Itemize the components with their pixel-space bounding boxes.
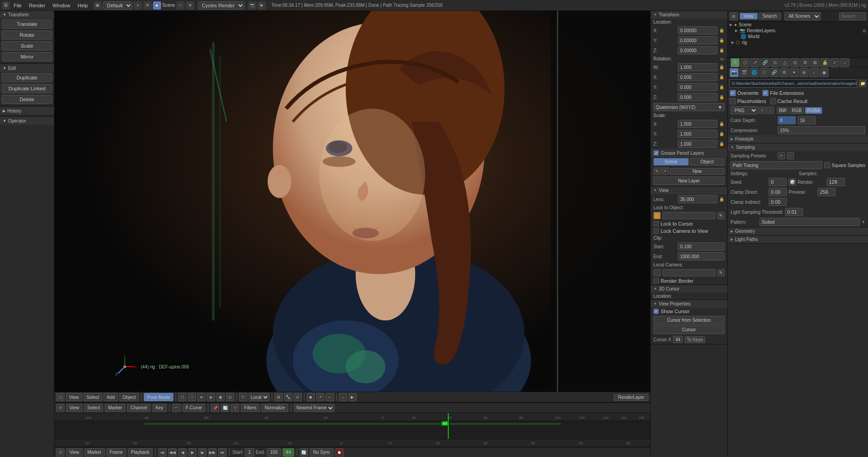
orientation-btn[interactable]: ↗	[316, 393, 324, 401]
format-extra-btn1[interactable]: +	[759, 107, 766, 114]
material-icon[interactable]: ◉	[819, 68, 829, 77]
material-btn[interactable]: ◉	[216, 393, 225, 401]
render-props-icon[interactable]: 📷	[730, 68, 739, 77]
view-tab[interactable]: View	[740, 13, 758, 20]
jump-start-btn[interactable]: ⏮	[158, 448, 167, 457]
tl-type-btn[interactable]: 〰	[172, 404, 181, 412]
render-layer-btn[interactable]: RenderLayer	[614, 394, 648, 401]
world-row[interactable]: 🌐 World	[739, 34, 868, 39]
rot-x-value[interactable]: 0.000	[678, 73, 717, 81]
transform-prop-header[interactable]: ▼ Transform	[651, 11, 727, 19]
bone-icon-6[interactable]: △	[780, 58, 790, 67]
tl-view-btn[interactable]: View	[66, 404, 83, 412]
close-screen-icon[interactable]: ✕	[143, 1, 152, 10]
rot-y-value[interactable]: 0.000	[678, 83, 717, 91]
to-keys-btn[interactable]: To Keys	[685, 336, 706, 343]
object-mode-btn[interactable]: Object	[119, 393, 139, 401]
scale-z-lock[interactable]: 🔒	[719, 142, 725, 146]
cache-result-checkbox[interactable]	[770, 98, 776, 104]
solid-btn[interactable]: ●	[197, 393, 206, 401]
gp-plus-icon[interactable]: +	[662, 167, 669, 175]
rot-w-lock[interactable]: 🔒	[719, 65, 725, 69]
tl-pin-btn[interactable]: 📌	[211, 404, 219, 412]
close-scene-icon[interactable]: ✕	[186, 1, 194, 10]
menu-help[interactable]: Help	[76, 2, 90, 9]
lock-obj-edit-btn[interactable]: ✎	[717, 212, 725, 219]
overwrite-checkbox[interactable]: ✓	[730, 90, 736, 96]
snap-btn[interactable]: 🔧	[284, 393, 292, 401]
pivot-btn[interactable]: ◆	[307, 393, 315, 401]
gp-pencil-icon[interactable]: ✎	[653, 167, 661, 175]
add-screen-icon[interactable]: +	[134, 1, 142, 10]
bone-icon-11[interactable]: ✓	[830, 58, 839, 67]
cursor-btn[interactable]: Cursor	[653, 325, 725, 334]
cursor-from-selection-btn[interactable]: Cursor from Selection	[653, 316, 725, 324]
placeholders-checkbox[interactable]	[730, 98, 736, 104]
view-icon-btn[interactable]: 🎥	[56, 393, 64, 401]
tl-interp-select[interactable]: Nearest Frame	[294, 404, 334, 412]
bone-icon-1[interactable]: X	[731, 58, 740, 67]
render-layers-row[interactable]: ▶ 📷 RenderLayers ⊞	[733, 28, 868, 34]
tl-marker-btn[interactable]: Marker	[105, 404, 125, 412]
outliner-scene-row[interactable]: ▶ ● Scene	[728, 22, 868, 28]
mirror-icon-btn[interactable]: ↔	[326, 393, 334, 401]
tl-filters-btn[interactable]: Filters	[241, 404, 260, 412]
render-preview-btn[interactable]: ◎	[226, 393, 234, 401]
scale-y-value[interactable]: 1.000	[678, 130, 717, 138]
compression-value[interactable]: 15%	[778, 126, 865, 134]
duplicate-btn[interactable]: Duplicate	[2, 73, 52, 82]
rotate-btn[interactable]: Rotate	[2, 30, 52, 39]
rot-x-lock[interactable]: 🔒	[719, 75, 725, 79]
operator-header[interactable]: ▼ Operator	[0, 117, 54, 125]
menu-render[interactable]: Render	[27, 2, 47, 9]
local-cam-edit-btn[interactable]: ✎	[717, 269, 725, 276]
prev-keyframe-btn[interactable]: ◀◀	[168, 448, 177, 457]
texture-btn[interactable]: ◈	[207, 393, 215, 401]
bone-icon-3[interactable]: ↗	[750, 58, 760, 67]
play-btn[interactable]: ▶	[188, 448, 196, 457]
tl-channel-btn[interactable]: Channel	[127, 404, 150, 412]
clip-end-value[interactable]: 1000.000	[678, 252, 725, 260]
cursor-prop-header[interactable]: ▼ 3D Cursor	[651, 285, 727, 293]
geometry-header[interactable]: ▶ Geometry	[728, 227, 868, 235]
freestyle-header[interactable]: ▶ Freestyle	[728, 135, 868, 143]
edit-header[interactable]: ▼ Edit	[0, 64, 54, 72]
lock-camera-checkbox[interactable]	[653, 228, 659, 234]
light-threshold-value[interactable]: 0.01	[785, 208, 803, 216]
menu-window[interactable]: Window	[51, 2, 72, 9]
tl-select-btn[interactable]: Select	[84, 404, 103, 412]
format-select[interactable]: PNG	[731, 106, 758, 114]
scale-z-value[interactable]: 1.000	[678, 140, 717, 148]
rot-z-value[interactable]: 0.000	[678, 93, 717, 101]
path-tracing-value[interactable]: Path Tracing	[731, 161, 822, 169]
layout-select[interactable]: Default	[103, 1, 132, 10]
prev-frame-btn[interactable]: ◀	[178, 448, 186, 457]
search-tab[interactable]: Search	[759, 13, 781, 20]
tl-filter-icon[interactable]: ▽	[231, 404, 239, 412]
clip-start-value[interactable]: 0.100	[678, 242, 725, 251]
clamp-indirect-value[interactable]: 0.00	[769, 198, 787, 206]
rot-w-value[interactable]: 1.000	[678, 63, 717, 71]
tl-footer-marker[interactable]: Marker	[84, 448, 105, 457]
add-scene-icon[interactable]: +	[177, 1, 185, 10]
lock-cursor-checkbox[interactable]	[653, 221, 659, 226]
constraints-icon[interactable]: 🔗	[770, 68, 779, 77]
bone-icon-8[interactable]: ⚙	[800, 58, 809, 67]
jump-end-btn[interactable]: ⏭	[218, 448, 226, 457]
space-select[interactable]: Local	[249, 393, 270, 401]
scale-y-lock[interactable]: 🔒	[719, 132, 725, 136]
light-paths-header[interactable]: ▶ Light Paths	[728, 236, 868, 243]
square-samples-checkbox[interactable]	[824, 162, 830, 168]
gp-scene-btn[interactable]: Scene	[653, 158, 689, 166]
bw-btn[interactable]: BW	[777, 107, 789, 114]
cursor-x-val[interactable]: 44	[673, 336, 682, 343]
viewport[interactable]: X Y Z (44) rig : DEF-spine.006	[54, 11, 650, 392]
scene-props-icon[interactable]: 🎬	[740, 68, 749, 77]
sp-add-btn[interactable]: +	[778, 152, 785, 159]
rot-z-lock[interactable]: 🔒	[719, 95, 725, 99]
playback-btn[interactable]: ▶	[348, 393, 357, 401]
rgb-btn[interactable]: RGB	[790, 107, 804, 114]
sync-icon[interactable]: 🔄	[300, 448, 308, 457]
pattern-value[interactable]: Sobol	[760, 218, 860, 226]
gp-header[interactable]: ✓ Grease Pencil Layers	[651, 149, 727, 157]
